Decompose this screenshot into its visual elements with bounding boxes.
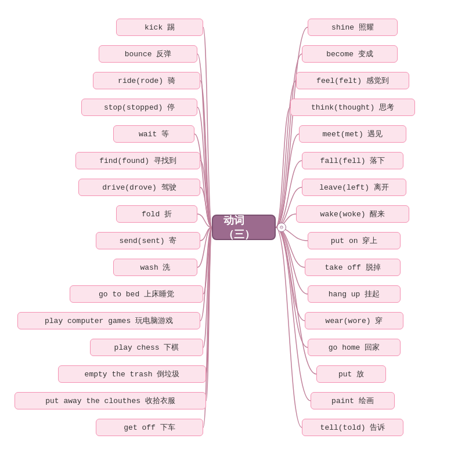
collapse-button[interactable]: ⊖ (277, 223, 286, 232)
node-r6: fall(fell) 落下 (302, 152, 403, 169)
node-r15: paint 绘画 (311, 392, 395, 409)
node-r8: wake(woke) 醒来 (296, 205, 409, 223)
node-l2: bounce 反弹 (99, 45, 197, 63)
node-r13: go home 回家 (308, 339, 401, 356)
node-l13: play chess 下棋 (90, 339, 203, 356)
node-l15: put away the clouthes 收拾衣服 (15, 392, 206, 409)
node-l11: go to bed 上床睡觉 (70, 285, 203, 303)
node-r14: put 放 (316, 365, 386, 383)
node-l4: stop(stopped) 停 (81, 99, 197, 116)
node-r11: hang up 挂起 (308, 285, 401, 303)
node-r5: meet(met) 遇见 (299, 125, 406, 143)
node-l1: kick 踢 (116, 19, 203, 36)
node-r12: wear(wore) 穿 (305, 312, 403, 329)
node-l9: send(sent) 寄 (96, 232, 200, 249)
center-node: 动词（三） (212, 215, 276, 240)
node-l10: wash 洗 (113, 259, 197, 276)
node-r4: think(thought) 思考 (290, 99, 415, 116)
node-l5: wait 等 (113, 125, 194, 143)
node-r2: become 变成 (302, 45, 398, 63)
node-r16: tell(told) 告诉 (302, 419, 403, 436)
node-r10: take off 脱掉 (305, 259, 401, 276)
node-r1: shine 照耀 (308, 19, 398, 36)
node-l16: get off 下车 (96, 419, 203, 436)
node-r7: leave(left) 离开 (302, 179, 406, 196)
node-l3: ride(rode) 骑 (93, 72, 200, 89)
node-l6: find(found) 寻找到 (75, 152, 200, 169)
node-r3: feel(felt) 感觉到 (296, 72, 409, 89)
mind-map: 动词（三）⊖kick 踢bounce 反弹ride(rode) 骑stop(st… (0, 0, 476, 457)
node-l14: empty the trash 倒垃圾 (58, 365, 206, 383)
node-r9: put on 穿上 (308, 232, 401, 249)
node-l7: drive(drove) 驾驶 (78, 179, 200, 196)
node-l12: play computer games 玩电脑游戏 (17, 312, 200, 329)
node-l8: fold 折 (116, 205, 197, 223)
